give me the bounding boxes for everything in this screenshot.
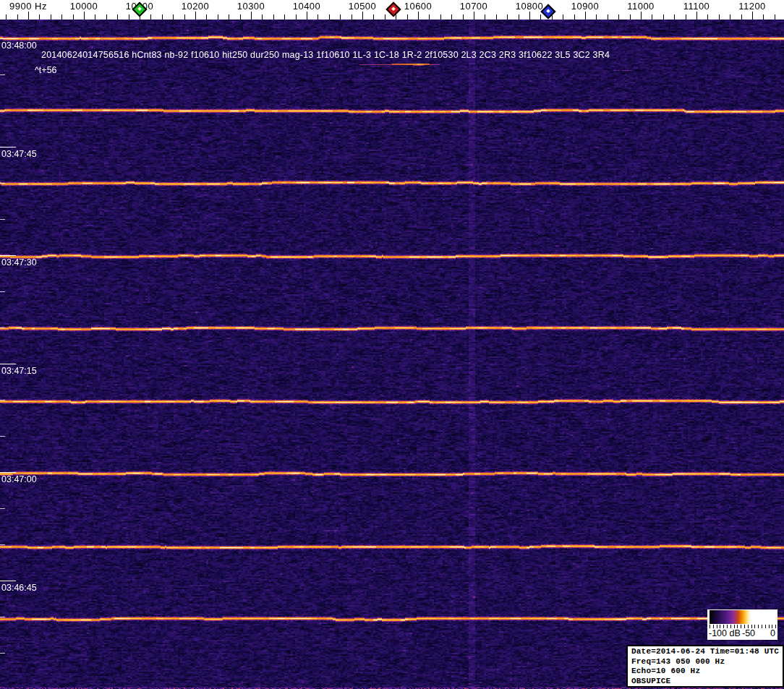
ruler-tick [485, 14, 485, 20]
ruler-tick [117, 14, 118, 20]
time-minor-tick [0, 436, 5, 437]
ruler-tick [440, 14, 441, 20]
ruler-frequency-label: 10300 [237, 1, 265, 12]
ruler-tick [206, 14, 207, 20]
time-tick [0, 364, 16, 364]
time-minor-tick [0, 74, 5, 75]
colorbar: -100 dB -50 0 [707, 609, 777, 640]
ruler-tick [318, 14, 318, 20]
ruler-tick [496, 14, 497, 20]
ruler-tick [195, 12, 196, 20]
ruler-tick [340, 14, 341, 20]
ruler-tick [752, 12, 753, 20]
ruler-frequency-label: 11100 [683, 1, 710, 12]
time-label: 03:47:30 [1, 257, 37, 268]
ruler-tick [663, 14, 664, 20]
time-minor-tick [0, 653, 5, 654]
info-line: OBSUPICE [631, 677, 783, 687]
cursor-annotation: ^t+56 [35, 65, 57, 75]
time-minor-tick [0, 111, 5, 111]
ruler-tick [362, 12, 363, 20]
ruler-tick [507, 14, 508, 20]
ruler-tick [463, 14, 464, 20]
ruler-tick [229, 14, 229, 20]
red-diamond-marker[interactable] [386, 1, 401, 17]
ruler-tick [519, 14, 519, 20]
ruler-tick [407, 14, 408, 20]
colorbar-gradient [710, 610, 775, 624]
ruler-tick [529, 12, 530, 20]
ruler-tick [608, 14, 608, 20]
ruler-tick [596, 14, 597, 20]
ruler-tick [251, 12, 252, 20]
ruler-frequency-label: 10500 [349, 1, 377, 12]
ruler-frequency-label: 9900 Hz [9, 1, 47, 12]
time-tick [0, 472, 16, 473]
time-tick [0, 255, 16, 256]
info-line: Echo=10 600 Hz [631, 667, 783, 677]
ruler-tick [129, 14, 129, 20]
time-minor-tick [0, 544, 5, 545]
ruler-frequency-label: 10700 [460, 1, 488, 12]
frequency-ruler: 9900 Hz100001010010200103001040010500106… [0, 0, 784, 20]
ruler-tick [73, 14, 74, 20]
ruler-tick [707, 14, 708, 20]
time-tick [0, 581, 16, 581]
time-label: 03:46:45 [1, 583, 37, 593]
ruler-tick [418, 12, 419, 20]
ruler-tick [618, 14, 619, 20]
ruler-tick [6, 14, 7, 20]
ruler-tick [307, 12, 307, 20]
ruler-tick [396, 14, 396, 20]
ruler-frequency-label: 10400 [293, 1, 321, 12]
time-tick [0, 147, 16, 147]
ruler-tick [273, 14, 274, 20]
ruler-tick [262, 14, 263, 20]
meteor-spectrogram-app: 9900 Hz100001010010200103001040010500106… [0, 0, 784, 689]
ruler-tick [741, 14, 742, 20]
ruler-frequency-label: 11000 [627, 1, 655, 12]
info-box: Date=2014-06-24 Time=01:48 UTCFreq=143 0… [626, 645, 784, 688]
colorbar-label-mid: -50 [742, 628, 755, 638]
ruler-tick [184, 14, 185, 20]
ruler-tick [429, 14, 430, 20]
time-minor-tick [0, 617, 5, 617]
ruler-tick [373, 14, 374, 20]
ruler-tick [641, 12, 642, 20]
time-label: 03:47:45 [1, 149, 37, 159]
ruler-frequency-label: 10800 [516, 1, 544, 12]
time-label: 03:47:15 [1, 366, 37, 376]
ruler-tick [51, 14, 51, 20]
spectrogram-canvas[interactable] [0, 20, 784, 689]
ruler-tick [84, 12, 85, 20]
ruler-tick [674, 14, 675, 20]
ruler-tick [329, 14, 330, 20]
ruler-tick [775, 14, 775, 20]
colorbar-label-min: -100 dB [709, 628, 741, 638]
time-label: 03:48:00 [1, 40, 37, 51]
ruler-tick [719, 14, 720, 20]
ruler-frequency-label: 10600 [404, 1, 433, 12]
ruler-tick [474, 12, 474, 20]
ruler-tick [574, 14, 575, 20]
ruler-tick [39, 14, 40, 20]
ruler-tick [173, 14, 174, 20]
ruler-tick [686, 14, 686, 20]
ruler-tick [563, 14, 563, 20]
time-minor-tick [0, 219, 5, 220]
ruler-tick [540, 14, 541, 20]
time-label: 03:47:00 [1, 474, 37, 484]
ruler-tick [763, 14, 764, 20]
colorbar-label-max: 0 [770, 628, 775, 638]
ruler-tick [385, 14, 385, 20]
ruler-tick [652, 14, 652, 20]
ruler-tick [150, 14, 151, 20]
ruler-tick [451, 14, 452, 20]
ruler-tick [696, 12, 697, 20]
ruler-frequency-label: 10000 [70, 1, 98, 12]
ruler-tick [17, 14, 18, 20]
time-minor-tick [0, 400, 5, 401]
detection-annotation: 20140624014756516 hCnt83 nb-92 f10610 hi… [41, 50, 610, 60]
ruler-tick [296, 14, 297, 20]
ruler-frequency-label: 10200 [182, 1, 210, 12]
